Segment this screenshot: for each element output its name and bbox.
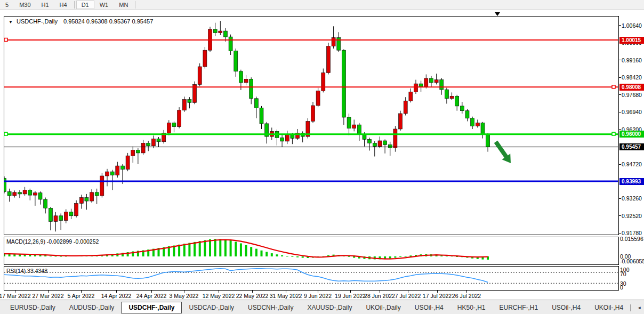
tab-eurchf-h1-9[interactable]: EURCHF-,H1 <box>492 302 545 313</box>
time-axis-label: 3 May 2022 <box>170 293 199 299</box>
chart-shift-marker-icon[interactable] <box>495 12 500 16</box>
resistance-line-mid-price-badge: 0.98008 <box>619 84 644 91</box>
statusbar-divider <box>0 300 644 300</box>
timeframe-button-d1[interactable]: D1 <box>76 1 94 9</box>
price-axis-label: 0.99160 <box>622 57 642 63</box>
chart-symbol-label: USDCHF-,Daily <box>17 18 58 25</box>
current-price-line-price-badge: 0.95457 <box>619 143 644 150</box>
price-axis-tick <box>619 233 621 234</box>
price-axis-label: 0.92520 <box>622 213 642 219</box>
rsi-label: RSI(14) 33.4348 <box>6 268 47 274</box>
time-axis-label: 24 Apr 2022 <box>136 293 167 299</box>
macd-label: MACD(12,26,9) -0.002899 -0.000252 <box>6 238 99 245</box>
tab-audusd-daily-1[interactable]: AUDUSD-,Daily <box>62 302 122 313</box>
price-axis-label: 0.97680 <box>622 92 642 98</box>
tab-usoil-h4-7[interactable]: USOil-,H4 <box>408 302 450 313</box>
time-axis-label: 27 Mar 2022 <box>33 293 64 299</box>
resistance-line-upper-price-badge: 1.00015 <box>619 37 644 44</box>
toolbar-separator <box>135 1 135 9</box>
price-axis-tick <box>619 198 621 199</box>
time-axis-label: 28 Jun 2022 <box>364 293 395 299</box>
price-axis-label: 0.94720 <box>622 161 642 167</box>
tab-usdcad-daily-3[interactable]: USDCAD-,Daily <box>182 302 241 313</box>
chart-header: ▼ USDCHF-,Daily 0.95824 0.96308 0.95367 … <box>9 18 153 25</box>
rsi-panel[interactable]: RSI(14) 33.4348 <box>4 266 619 291</box>
chart-ohlc-values: 0.95824 0.96308 0.95367 0.95457 <box>63 18 153 25</box>
price-axis-tick <box>619 164 621 165</box>
price-chart-panel[interactable]: ▼ USDCHF-,Daily 0.95824 0.96308 0.95367 … <box>4 16 619 235</box>
rsi-axis-label: 0 <box>620 284 623 291</box>
tab-hk50-h1-8[interactable]: HK50-,H1 <box>450 302 493 313</box>
price-axis-label: 0.96940 <box>622 109 642 115</box>
time-axis-label: 26 Jul 2022 <box>452 293 481 299</box>
macd-axis-label: -0.006055 <box>620 258 644 264</box>
tab-separator <box>630 304 631 311</box>
timeframe-button-h4[interactable]: H4 <box>54 1 73 9</box>
timeframe-toolbar[interactable]: 5M30H1H4D1W1MN <box>0 0 644 10</box>
price-axis-tick <box>619 94 621 95</box>
time-axis-label: 9 Jun 2022 <box>304 293 332 299</box>
time-axis-label: 14 Apr 2022 <box>101 293 132 299</box>
tab-usdchf-daily-2[interactable]: USDCHF-,Daily <box>121 302 182 313</box>
timeframe-button-mn[interactable]: MN <box>114 1 133 9</box>
time-axis-label: 7 Jul 2022 <box>395 293 421 299</box>
mt4-window: 5M30H1H4D1W1MN ▼ USDCHF-,Daily 0.95824 0… <box>0 0 644 314</box>
price-axis-tick <box>619 112 621 112</box>
rsi-axis-label: 70 <box>620 271 626 277</box>
time-axis-label: 17 Mar 2022 <box>0 293 30 299</box>
support-line-blue-price-badge: 0.93993 <box>619 178 644 185</box>
time-axis-label: 22 May 2022 <box>236 293 269 299</box>
tabs-scroll-left-button[interactable]: ◄ <box>637 305 641 310</box>
chart-dropdown-icon[interactable]: ▼ <box>9 20 13 25</box>
tab-ukoil-h4-11[interactable]: UKOil-,H4 <box>587 302 630 313</box>
time-axis-label: 17 Jul 2022 <box>423 293 452 299</box>
timeframe-button-m30[interactable]: M30 <box>14 1 36 9</box>
price-axis-tick <box>619 215 621 216</box>
support-line-green-price-badge: 0.96000 <box>619 131 644 138</box>
price-axis-tick <box>619 129 621 130</box>
tab-scroll-controls: ◄► <box>630 304 644 311</box>
time-axis-label: 12 May 2022 <box>203 293 235 299</box>
tab-usoil-h4-10[interactable]: USOil-,H4 <box>545 302 587 313</box>
timeframe-button-w1[interactable]: W1 <box>94 1 114 9</box>
macd-axis-label: 0.015596 <box>620 236 643 242</box>
price-axis-label: 0.98420 <box>622 74 642 80</box>
tab-ukoil-daily-6[interactable]: UKOil-,Daily <box>359 302 407 313</box>
tab-usdcnh-daily-4[interactable]: USDCNH-,Daily <box>241 302 300 313</box>
time-axis-label: 5 Apr 2022 <box>68 293 95 299</box>
tab-xauusd-daily-5[interactable]: XAUUSD-,Daily <box>300 302 359 313</box>
price-axis-tick <box>619 25 621 26</box>
price-axis-label: 0.93260 <box>622 195 642 202</box>
chart-tabs-bar: EURUSD-,DailyAUDUSD-,DailyUSDCHF-,DailyU… <box>0 301 644 314</box>
time-axis-label: 19 Jun 2022 <box>335 293 366 299</box>
tab-eurusd-daily-0[interactable]: EURUSD-,Daily <box>3 302 62 313</box>
price-axis-tick <box>619 77 621 78</box>
price-axis-tick <box>619 60 621 60</box>
price-axis-label: 1.00640 <box>622 22 642 29</box>
timeframe-button-h1[interactable]: H1 <box>36 1 54 9</box>
timeframe-button-5[interactable]: 5 <box>0 1 14 9</box>
time-axis-label: 31 May 2022 <box>270 293 302 299</box>
macd-panel[interactable]: MACD(12,26,9) -0.002899 -0.000252 <box>4 237 619 265</box>
toolbar-separator <box>74 1 75 9</box>
